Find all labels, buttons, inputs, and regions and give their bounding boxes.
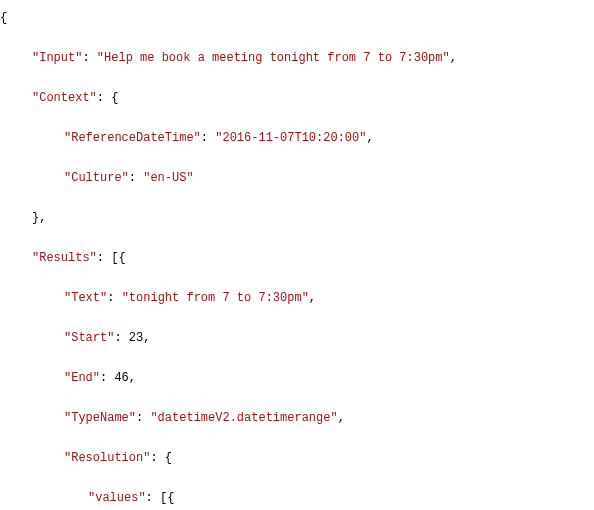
val-input: "Help me book a meeting tonight from 7 t… — [97, 51, 450, 65]
key-end: "End" — [64, 371, 100, 385]
val-typename: "datetimeV2.datetimerange" — [150, 411, 337, 425]
val-start: 23 — [129, 331, 143, 345]
key-typename: "TypeName" — [64, 411, 136, 425]
key-values: "values" — [88, 491, 146, 505]
key-refdt: "ReferenceDateTime" — [64, 131, 201, 145]
key-input: "Input" — [32, 51, 82, 65]
json-code-block: { "Input": "Help me book a meeting tonig… — [0, 8, 594, 510]
key-context: "Context" — [32, 91, 97, 105]
key-culture: "Culture" — [64, 171, 129, 185]
key-text: "Text" — [64, 291, 107, 305]
val-text: "tonight from 7 to 7:30pm" — [122, 291, 309, 305]
key-resolution: "Resolution" — [64, 451, 150, 465]
val-end: 46 — [114, 371, 128, 385]
val-refdt: "2016-11-07T10:20:00" — [215, 131, 366, 145]
val-culture: "en-US" — [143, 171, 193, 185]
key-start: "Start" — [64, 331, 114, 345]
key-results: "Results" — [32, 251, 97, 265]
